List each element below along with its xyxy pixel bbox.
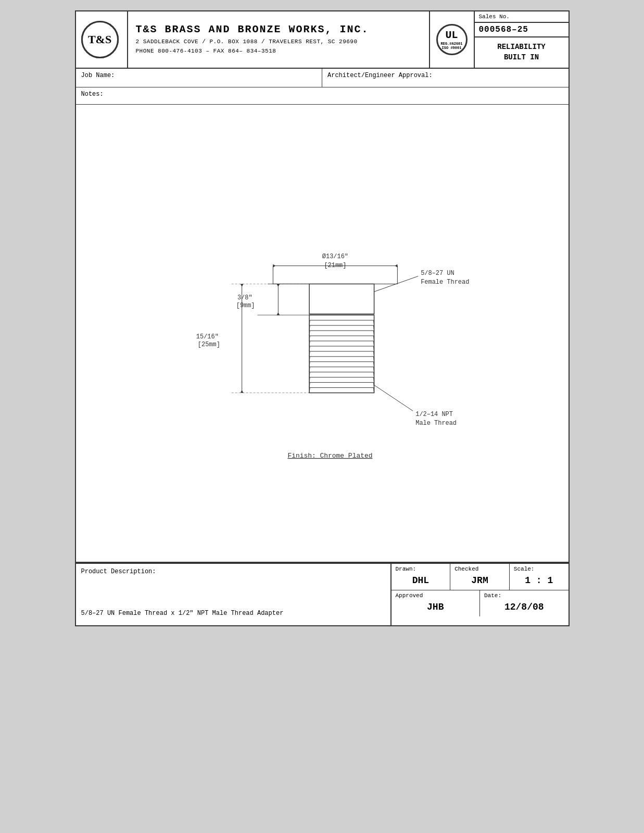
technical-drawing-svg: Ø13/16" [21mm] 3/8" [9mm] 15/16" [25mm]: [76, 105, 569, 562]
scale-label: Scale:: [514, 566, 564, 572]
svg-marker-63: [240, 284, 243, 286]
checked-value: JRM: [454, 573, 505, 588]
svg-text:[9mm]: [9mm]: [236, 302, 255, 309]
svg-text:Male  Thread: Male Thread: [415, 420, 457, 427]
ul-badge: UL REG.#A2601 ISO #9001: [436, 24, 468, 55]
company-name: T&S BRASS AND BRONZE WORKS, INC.: [136, 23, 421, 35]
svg-text:[25mm]: [25mm]: [197, 341, 220, 348]
svg-text:5/8–27 UN: 5/8–27 UN: [421, 270, 454, 277]
scale-cell: Scale: 1 : 1: [510, 564, 569, 590]
ul-section: UL REG.#A2601 ISO #9001: [430, 11, 475, 68]
document-page: T&S T&S BRASS AND BRONZE WORKS, INC. 2 S…: [75, 10, 570, 626]
svg-marker-49: [273, 264, 275, 268]
footer-section: Product Description: 5/8–27 UN Female Th…: [76, 563, 569, 625]
date-label: Date:: [484, 592, 564, 599]
job-row: Job Name: Architect/Engineer Approval:: [76, 69, 569, 87]
company-address-line1: 2 SADDLEBACK COVE / P.O. BOX 1088 / TRAV…: [136, 37, 421, 47]
header-section: T&S T&S BRASS AND BRONZE WORKS, INC. 2 S…: [76, 11, 569, 69]
svg-text:[21mm]: [21mm]: [324, 262, 346, 269]
company-info: T&S BRASS AND BRONZE WORKS, INC. 2 SADDL…: [128, 11, 430, 68]
sales-no-label: Sales No.: [475, 11, 569, 23]
date-value: 12/8/08: [484, 600, 564, 614]
drawing-area: Ø13/16" [21mm] 3/8" [9mm] 15/16" [25mm]: [76, 105, 569, 563]
sales-no-value: 000568–25: [475, 23, 569, 37]
product-desc-value: 5/8–27 UN Female Thread x 1/2" NPT Male …: [81, 580, 385, 621]
svg-marker-57: [276, 312, 280, 315]
date-cell: Date: 12/8/08: [480, 590, 569, 616]
logo-section: T&S: [76, 11, 128, 68]
svg-text:Finish:  Chrome  Plated: Finish: Chrome Plated: [287, 452, 372, 460]
product-desc-section: Product Description: 5/8–27 UN Female Th…: [76, 564, 392, 625]
svg-marker-50: [395, 264, 397, 268]
svg-text:15/16": 15/16": [196, 333, 218, 340]
architect-cell: Architect/Engineer Approval:: [322, 69, 569, 87]
drawn-label: Drawn:: [396, 566, 446, 572]
approved-cell: Approved JHB: [392, 590, 481, 616]
svg-text:Female Thread: Female Thread: [421, 279, 469, 286]
notes-row: Notes:: [76, 87, 569, 104]
svg-marker-56: [276, 284, 280, 286]
scale-value: 1 : 1: [514, 573, 564, 588]
job-name-cell: Job Name:: [76, 69, 323, 87]
svg-line-70: [374, 385, 413, 411]
footer-right: Drawn: DHL Checked JRM Scale: 1 : 1 Appr…: [392, 564, 569, 625]
job-notes-section: Job Name: Architect/Engineer Approval: N…: [76, 69, 569, 105]
approved-value: JHB: [396, 600, 476, 614]
ts-logo: T&S: [81, 21, 119, 58]
svg-text:1/2–14 NPT: 1/2–14 NPT: [415, 411, 453, 418]
svg-text:3/8": 3/8": [237, 294, 252, 301]
checked-cell: Checked JRM: [450, 564, 510, 590]
svg-text:Ø13/16": Ø13/16": [322, 253, 348, 260]
drawn-value: DHL: [396, 573, 446, 588]
approved-label: Approved: [396, 592, 476, 599]
drawn-cell: Drawn: DHL: [392, 564, 451, 590]
svg-rect-0: [309, 284, 374, 314]
sales-section: Sales No. 000568–25 RELIABILITY BUILT IN: [475, 11, 569, 68]
checked-label: Checked: [454, 566, 505, 572]
svg-marker-64: [240, 390, 243, 393]
svg-rect-1: [309, 315, 374, 393]
footer-bottom-row: Approved JHB Date: 12/8/08: [392, 590, 569, 616]
company-address-line2: PHONE 800-476-4103 – FAX 864– 834–3518: [136, 47, 421, 56]
reliability-label: RELIABILITY BUILT IN: [475, 37, 569, 68]
product-desc-label: Product Description:: [81, 568, 385, 575]
footer-top-row: Drawn: DHL Checked JRM Scale: 1 : 1: [392, 564, 569, 590]
